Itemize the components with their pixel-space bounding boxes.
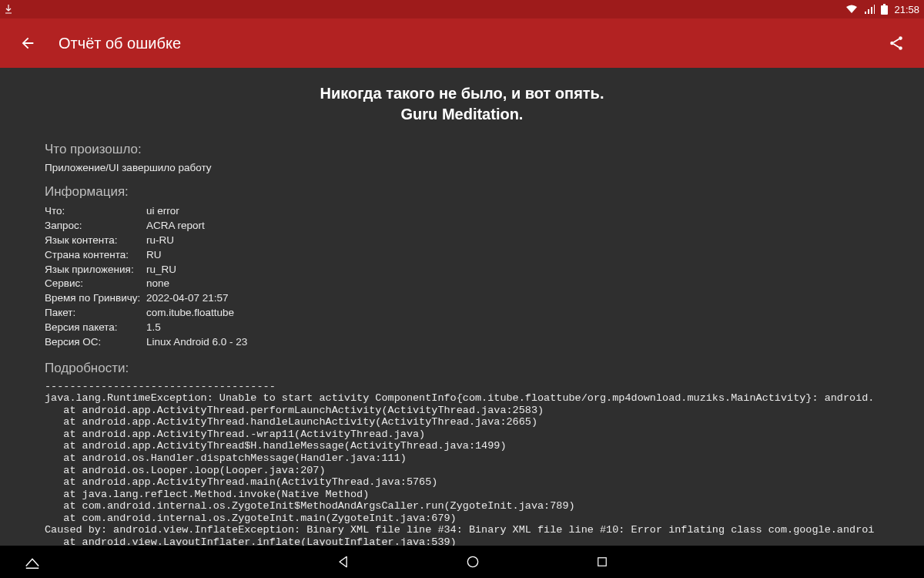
info-value: none	[146, 277, 169, 291]
circle-icon	[465, 554, 480, 570]
arrow-left-icon	[19, 35, 36, 52]
nav-home-button[interactable]	[462, 551, 484, 573]
status-clock: 21:58	[894, 4, 919, 15]
section-happened-title: Что произошло:	[45, 142, 879, 157]
navigation-bar	[0, 546, 924, 578]
nav-back-button[interactable]	[333, 551, 354, 573]
info-value: com.itube.floattube	[146, 306, 234, 321]
svg-rect-1	[883, 4, 886, 5]
info-value: ru_RU	[146, 263, 176, 277]
info-key: Время по Гринвичу:	[45, 291, 146, 306]
info-key: Что:	[45, 204, 146, 219]
info-row: Версия ОС:Linux Android 6.0 - 23	[45, 335, 879, 350]
info-key: Язык контента:	[45, 234, 146, 248]
share-button[interactable]	[881, 28, 912, 59]
info-row: Время по Гринвичу:2022-04-07 21:57	[45, 291, 879, 306]
info-row: Пакет:com.itube.floattube	[45, 306, 879, 321]
info-value: RU	[146, 248, 162, 263]
info-value: ACRA report	[146, 219, 205, 234]
section-happened-body: Приложение/UI завершило работу	[45, 162, 879, 173]
section-info-title: Информация:	[45, 184, 879, 200]
info-key: Пакет:	[45, 306, 146, 321]
info-key: Версия пакета:	[45, 321, 146, 335]
wifi-icon	[845, 5, 858, 14]
error-heading-line1: Никогда такого не было, и вот опять.	[45, 83, 879, 104]
error-heading-line2: Guru Meditation.	[45, 104, 879, 125]
info-key: Версия ОС:	[45, 335, 146, 350]
triangle-left-icon	[336, 554, 351, 570]
error-heading: Никогда такого не было, и вот опять. Gur…	[45, 83, 879, 125]
info-table: Что:ui errorЗапрос:ACRA reportЯзык конте…	[45, 204, 879, 350]
info-key: Язык приложения:	[45, 263, 146, 277]
nav-recents-button[interactable]	[591, 551, 613, 573]
chevron-up-outline-icon	[24, 553, 41, 570]
info-row: Что:ui error	[45, 204, 879, 219]
share-icon	[888, 35, 905, 52]
cellular-icon	[864, 5, 875, 14]
svg-rect-6	[598, 558, 607, 566]
info-row: Язык приложения:ru_RU	[45, 263, 879, 277]
section-details-title: Подробности:	[45, 361, 879, 376]
svg-rect-0	[881, 5, 888, 15]
nav-up-button[interactable]	[22, 551, 43, 573]
square-icon	[595, 555, 609, 569]
info-row: Сервис:none	[45, 277, 879, 291]
info-value: 1.5	[146, 321, 161, 335]
info-key: Запрос:	[45, 219, 146, 234]
app-bar: Отчёт об ошибке	[0, 18, 924, 68]
error-report-content[interactable]: Никогда такого не было, и вот опять. Gur…	[0, 68, 924, 546]
download-indicator-icon	[5, 5, 12, 14]
stack-trace: ------------------------------------- ja…	[45, 381, 879, 546]
info-value: 2022-04-07 21:57	[146, 291, 229, 306]
info-key: Сервис:	[45, 277, 146, 291]
info-row: Язык контента:ru-RU	[45, 234, 879, 248]
info-key: Страна контента:	[45, 248, 146, 263]
info-value: ru-RU	[146, 234, 174, 248]
back-button[interactable]	[12, 28, 43, 59]
info-value: Linux Android 6.0 - 23	[146, 335, 247, 350]
svg-point-5	[467, 556, 477, 566]
info-row: Версия пакета:1.5	[45, 321, 879, 335]
status-bar: 21:58	[0, 0, 924, 18]
info-row: Запрос:ACRA report	[45, 219, 879, 234]
info-value: ui error	[146, 204, 179, 219]
battery-icon	[881, 4, 888, 15]
page-title: Отчёт об ошибке	[59, 35, 881, 52]
info-row: Страна контента:RU	[45, 248, 879, 263]
